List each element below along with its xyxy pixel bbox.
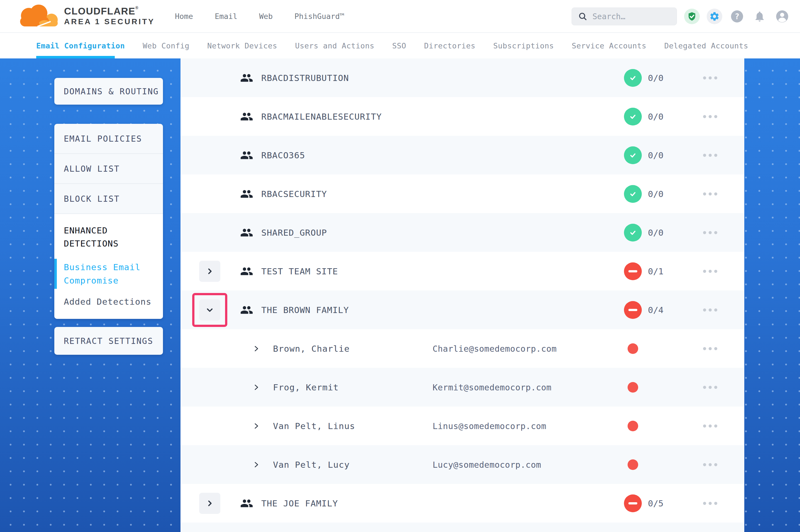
group-people-icon: [240, 187, 253, 200]
chevron-right-icon[interactable]: [253, 461, 260, 468]
row-actions-menu[interactable]: [703, 154, 717, 157]
group-people-icon: [240, 110, 253, 123]
tab-web-config[interactable]: Web Config: [143, 41, 189, 50]
check-circle-icon: [624, 185, 642, 203]
tab-subscriptions[interactable]: Subscriptions: [493, 41, 554, 50]
row-actions-menu[interactable]: [703, 502, 717, 505]
expand-row-button[interactable]: [199, 493, 220, 514]
main-area: RBACDISTRUBUTION 0/0 RBACMAILENABLESECUR…: [0, 58, 800, 532]
search-input[interactable]: [593, 12, 671, 21]
row-actions-menu[interactable]: [703, 347, 717, 350]
table-row: TEST TEAM SITE 0/1: [181, 252, 744, 290]
cloudflare-logo: CLOUDFLARE® AREA 1 SECURITY: [15, 3, 155, 29]
status-badge: 0/4: [624, 301, 663, 319]
chevron-right-icon[interactable]: [253, 384, 260, 391]
status-badge: 0/0: [624, 69, 663, 87]
group-name: THE JOE FAMILY: [261, 498, 338, 508]
member-email: Linus@somedemocorp.com: [433, 421, 546, 431]
cloudflare-cloud-icon: [15, 3, 61, 29]
sidebar-item-block-list[interactable]: BLOCK LIST: [54, 184, 163, 214]
row-actions-menu[interactable]: [703, 76, 717, 79]
table-row-member: Brown, Charlie Charlie@somedemocorp.com: [181, 329, 744, 368]
nav-web[interactable]: Web: [259, 12, 273, 21]
tab-network-devices[interactable]: Network Devices: [207, 41, 277, 50]
alert-dot-icon: [628, 459, 638, 470]
member-name: Brown, Charlie: [273, 344, 350, 354]
sidebar-item-added-detections[interactable]: Added Detections: [64, 297, 153, 307]
search-box[interactable]: [571, 7, 677, 25]
nav-email[interactable]: Email: [215, 12, 237, 21]
tab-users-and-actions[interactable]: Users and Actions: [295, 41, 375, 50]
sidebar-item-email-policies[interactable]: EMAIL POLICIES: [54, 124, 163, 154]
account-icon[interactable]: [775, 8, 790, 24]
help-icon[interactable]: ?: [729, 8, 745, 24]
status-badge: 0/0: [624, 146, 663, 164]
table-row-partial: [181, 522, 744, 532]
status-badge: [624, 343, 638, 354]
enhanced-detections-section: ENHANCED DETECTIONS Business Email Compr…: [54, 214, 163, 319]
nav-home[interactable]: Home: [175, 12, 193, 21]
group-name: THE BROWN FAMILY: [261, 305, 349, 315]
row-actions-menu[interactable]: [703, 424, 717, 428]
security-shield-icon[interactable]: [684, 8, 700, 24]
table-row-member: Van Pelt, Linus Linus@somedemocorp.com: [181, 406, 744, 445]
group-people-icon: [240, 149, 253, 162]
table-row-member: Van Pelt, Lucy Lucy@somedemocorp.com: [181, 445, 744, 484]
member-name: Frog, Kermit: [273, 382, 339, 392]
sidebar-item-business-email-compromise[interactable]: Business Email Compromise: [64, 261, 153, 287]
sidebar-item-domains-routing[interactable]: DOMAINS & ROUTING: [54, 78, 163, 104]
check-circle-icon: [624, 224, 642, 242]
row-actions-menu[interactable]: [703, 463, 717, 466]
status-badge: [624, 459, 638, 470]
enhanced-detections-title: ENHANCED DETECTIONS: [64, 224, 153, 250]
group-name: TEST TEAM SITE: [261, 266, 338, 276]
member-count: 0/4: [648, 305, 663, 315]
member-name: Van Pelt, Linus: [273, 421, 355, 431]
collapse-row-button[interactable]: [199, 299, 220, 321]
tab-delegated-accounts[interactable]: Delegated Accounts: [664, 41, 748, 50]
minus-circle-icon: [624, 301, 642, 319]
member-email: Charlie@somedemocorp.com: [433, 344, 557, 354]
primary-nav: Home Email Web PhishGuard™: [175, 12, 344, 21]
row-actions-menu[interactable]: [703, 386, 717, 389]
member-count: 0/0: [648, 73, 663, 83]
chevron-right-icon: [206, 267, 214, 275]
row-actions-menu[interactable]: [703, 115, 717, 118]
row-actions-menu[interactable]: [703, 192, 717, 195]
active-item-accent-bar: [54, 259, 57, 289]
notifications-bell-icon[interactable]: [752, 8, 767, 24]
chevron-right-icon: [206, 499, 214, 507]
table-row: RBACDISTRUBUTION 0/0: [181, 58, 744, 97]
group-people-icon: [240, 303, 253, 316]
row-actions-menu[interactable]: [703, 270, 717, 273]
row-actions-menu[interactable]: [703, 231, 717, 234]
sidebar-label: DOMAINS & ROUTING: [64, 87, 159, 96]
chevron-right-icon[interactable]: [253, 345, 260, 352]
sidebar-email-policies-card: EMAIL POLICIES ALLOW LIST BLOCK LIST ENH…: [54, 124, 163, 319]
sidebar-item-allow-list[interactable]: ALLOW LIST: [54, 154, 163, 184]
nav-phishguard[interactable]: PhishGuard™: [294, 12, 344, 21]
group-name: RBACMAILENABLESECURITY: [261, 112, 382, 121]
tab-sso[interactable]: SSO: [392, 41, 406, 50]
row-actions-menu[interactable]: [703, 308, 717, 311]
table-row: RBACO365 0/0: [181, 136, 744, 174]
status-badge: 0/0: [624, 108, 663, 126]
member-count: 0/1: [648, 266, 663, 276]
status-badge: [624, 382, 638, 393]
check-circle-icon: [624, 69, 642, 87]
expand-row-button[interactable]: [199, 261, 220, 282]
status-badge: 0/5: [624, 494, 663, 512]
table-row: THE JOE FAMILY 0/5: [181, 484, 744, 522]
search-icon: [578, 12, 587, 21]
member-count: 0/5: [648, 498, 663, 508]
group-name: RBACO365: [261, 150, 305, 160]
settings-gear-icon[interactable]: [707, 8, 722, 24]
tab-directories[interactable]: Directories: [424, 41, 475, 50]
sidebar-item-retract-settings[interactable]: RETRACT SETTINGS: [54, 327, 163, 355]
chevron-right-icon[interactable]: [253, 423, 260, 429]
group-name: RBACSECURITY: [261, 189, 327, 199]
alert-dot-icon: [628, 382, 638, 393]
tab-service-accounts[interactable]: Service Accounts: [572, 41, 647, 50]
check-circle-icon: [624, 108, 642, 126]
tab-email-configuration[interactable]: Email Configuration: [36, 41, 125, 50]
